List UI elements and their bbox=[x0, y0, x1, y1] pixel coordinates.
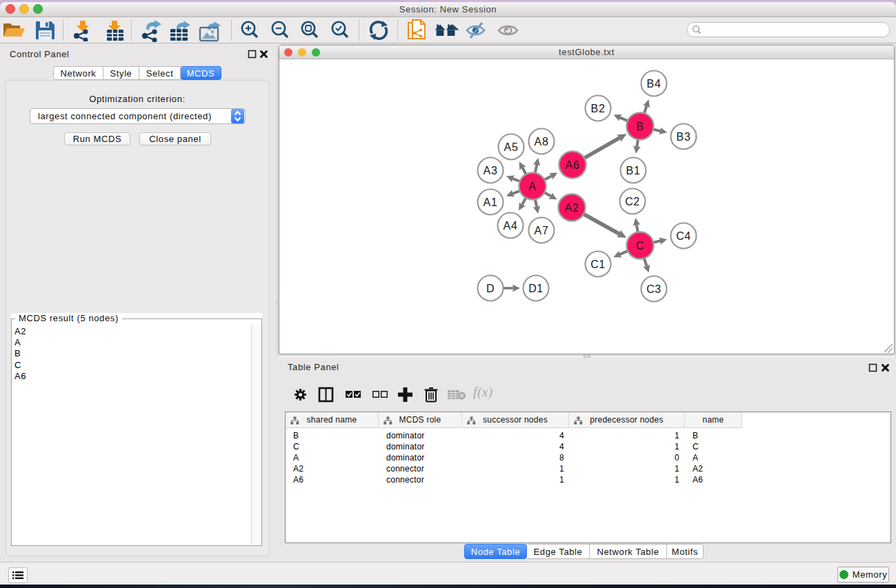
svg-text:B: B bbox=[636, 121, 644, 132]
svg-text:D1: D1 bbox=[528, 283, 544, 294]
svg-text:A3: A3 bbox=[484, 165, 498, 176]
svg-text:B4: B4 bbox=[647, 78, 661, 90]
svg-text:A5: A5 bbox=[504, 141, 519, 153]
svg-text:C3: C3 bbox=[646, 283, 661, 295]
svg-text:A4: A4 bbox=[504, 220, 518, 232]
svg-text:A7: A7 bbox=[535, 225, 549, 236]
svg-text:A1: A1 bbox=[484, 196, 498, 208]
svg-text:B1: B1 bbox=[626, 165, 641, 176]
svg-text:D: D bbox=[486, 283, 495, 294]
svg-text:A6: A6 bbox=[566, 159, 580, 171]
svg-text:B3: B3 bbox=[677, 131, 691, 143]
svg-text:C: C bbox=[636, 240, 644, 252]
svg-text:C4: C4 bbox=[676, 230, 691, 242]
svg-text:A2: A2 bbox=[565, 202, 579, 214]
svg-text:A: A bbox=[528, 181, 536, 192]
svg-text:C2: C2 bbox=[625, 196, 640, 207]
svg-text:B2: B2 bbox=[591, 103, 606, 114]
svg-text:C1: C1 bbox=[590, 258, 606, 270]
svg-text:A8: A8 bbox=[535, 136, 549, 148]
